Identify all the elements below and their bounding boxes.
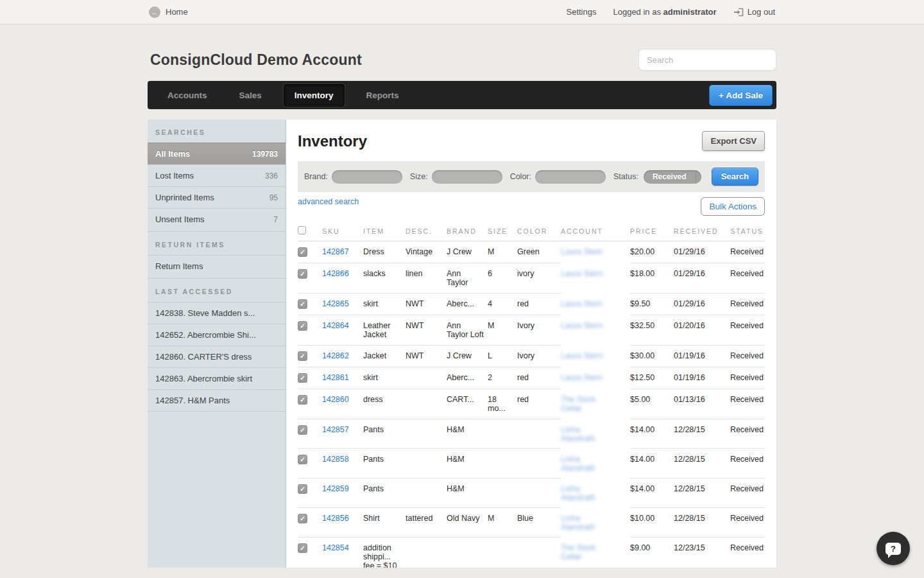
cell-sku: 142861 (322, 367, 363, 389)
add-sale-button[interactable]: + Add Sale (709, 85, 773, 106)
cell-color: Ivory (517, 315, 561, 346)
export-csv-button[interactable]: Export CSV (702, 131, 765, 151)
account-name-redacted[interactable]: Laura Stern (561, 299, 603, 308)
sku-link[interactable]: 142861 (322, 373, 349, 382)
sidebar-item[interactable]: 142838. Steve Madden s... (148, 302, 286, 324)
sku-link[interactable]: 142867 (322, 247, 349, 256)
column-header-sku: SKU (322, 222, 363, 241)
cell-sku: 142865 (322, 293, 363, 315)
account-name-redacted[interactable]: Lisha Alandrath (561, 514, 616, 532)
color-input[interactable] (535, 170, 606, 184)
row-checkbox[interactable]: ✓ (298, 373, 307, 383)
row-checkbox[interactable]: ✓ (298, 247, 307, 257)
cell-item: Leather Jacket (363, 315, 406, 346)
cell-account: Lisha Alandrath (561, 449, 630, 478)
row-checkbox[interactable]: ✓ (298, 321, 307, 331)
sku-link[interactable]: 142862 (322, 351, 349, 360)
sku-link[interactable]: 142860 (322, 395, 349, 404)
table-row: ✓142854addition shippi... fee = $10The S… (298, 538, 765, 568)
row-checkbox[interactable]: ✓ (298, 395, 307, 405)
sku-link[interactable]: 142866 (322, 269, 349, 278)
cell-status: Received (729, 263, 765, 293)
sidebar-item[interactable]: 142857. H&M Pants (148, 389, 286, 412)
cell-desc: NWT (406, 293, 447, 315)
sidebar-item[interactable]: 142860. CARTER'S dress (148, 346, 286, 367)
cell-price: $5.00 (630, 389, 674, 419)
sidebar-item[interactable]: Lost Items336 (148, 164, 286, 186)
sidebar-item[interactable]: 142652. Abercrombie Shi... (148, 324, 286, 346)
table-row: ✓142861skirtAberc...2redLaura Stern$12.5… (298, 367, 765, 389)
sku-link[interactable]: 142857 (322, 425, 349, 434)
cell-brand: Aberc... (447, 293, 488, 315)
row-checkbox[interactable]: ✓ (298, 484, 307, 494)
table-row: ✓142865skirtNWTAberc...4redLaura Stern$9… (298, 293, 765, 315)
cell-item: Jacket (363, 346, 406, 367)
sidebar-item[interactable]: Return Items (148, 255, 286, 277)
page-title: ConsignCloud Demo Account (150, 51, 362, 69)
sidebar-item[interactable]: 142863. Abercrombie skirt (148, 367, 286, 389)
account-name-redacted[interactable]: Laura Stern (561, 351, 603, 360)
select-all-checkbox[interactable] (298, 226, 306, 234)
sidebar-item-label: 142860. CARTER'S dress (155, 352, 252, 362)
cell-sku: 142859 (322, 478, 363, 508)
brand-input[interactable] (332, 170, 402, 184)
account-name-redacted[interactable]: Laura Stern (561, 247, 603, 256)
cell-account: The Stork Cellar (561, 389, 630, 419)
settings-link[interactable]: Settings (566, 7, 596, 17)
cell-desc (406, 478, 447, 508)
status-dropdown[interactable]: Received ▼ (644, 170, 701, 184)
cell-size: L (488, 346, 517, 367)
cell-price: $20.00 (630, 241, 674, 263)
tab-reports[interactable]: Reports (356, 85, 409, 106)
row-checkbox[interactable]: ✓ (298, 269, 307, 279)
cell-received: 01/19/16 (674, 367, 729, 389)
sku-link[interactable]: 142856 (322, 514, 349, 523)
account-name-redacted[interactable]: The Stork Cellar (561, 543, 616, 561)
sku-link[interactable]: 142859 (322, 484, 349, 493)
table-row: ✓142866slackslinenAnn Taylor6ivoryLaura … (298, 263, 765, 293)
sidebar-section-header: RETURN ITEMS (148, 231, 286, 255)
advanced-search-link[interactable]: advanced search (298, 197, 359, 206)
account-name-redacted[interactable]: Laura Stern (561, 373, 603, 382)
sku-link[interactable]: 142854 (322, 543, 349, 552)
sidebar-item[interactable]: All Items139783 (148, 143, 286, 164)
row-checkbox[interactable]: ✓ (298, 299, 307, 309)
row-checkbox[interactable]: ✓ (298, 514, 307, 523)
sidebar-item-count: 95 (270, 193, 278, 202)
tab-inventory[interactable]: Inventory (284, 84, 345, 107)
sku-link[interactable]: 142864 (322, 321, 349, 330)
account-name-redacted[interactable]: Lisha Alandrath (561, 425, 616, 443)
cell-price: $12.50 (630, 367, 674, 389)
sidebar-item[interactable]: Unsent Items7 (148, 208, 286, 230)
search-input[interactable] (638, 49, 776, 71)
help-button[interactable]: ? (877, 532, 910, 565)
cell-color: Green (517, 241, 561, 263)
size-input[interactable] (432, 170, 502, 184)
cell-brand: H&M (447, 449, 488, 478)
row-checkbox[interactable]: ✓ (298, 351, 307, 361)
table-row: ✓142858PantsH&MLisha Alandrath$14.0012/2… (298, 449, 765, 478)
row-checkbox[interactable]: ✓ (298, 543, 307, 553)
account-name-redacted[interactable]: Lisha Alandrath (561, 455, 616, 473)
account-name-redacted[interactable]: The Stork Cellar (561, 395, 616, 413)
sku-link[interactable]: 142865 (322, 299, 349, 308)
row-checkbox[interactable]: ✓ (298, 425, 307, 435)
cell-price: $18.00 (630, 263, 674, 293)
column-header-color: COLOR (517, 222, 561, 241)
filter-bar: Brand: Size: Color: Status: Received ▼ S… (298, 161, 765, 192)
row-checkbox[interactable]: ✓ (298, 455, 307, 464)
filter-search-button[interactable]: Search (712, 168, 758, 186)
account-name-redacted[interactable]: Lisha Alandrath (561, 484, 616, 502)
size-label: Size: (410, 172, 428, 181)
bulk-actions-button[interactable]: Bulk Actions (701, 197, 765, 216)
sidebar-item-label: All Items (155, 149, 190, 159)
sidebar-item[interactable]: Unprinted Items95 (148, 186, 286, 208)
logout-button[interactable]: Log out (733, 7, 775, 17)
sku-link[interactable]: 142858 (322, 455, 349, 464)
column-header-price: PRICE (630, 222, 674, 241)
tab-accounts[interactable]: Accounts (157, 85, 218, 106)
home-button[interactable]: ← Home (149, 6, 188, 18)
account-name-redacted[interactable]: Laura Stern (561, 321, 603, 330)
tab-sales[interactable]: Sales (229, 85, 272, 106)
account-name-redacted[interactable]: Laura Stern (561, 269, 603, 278)
